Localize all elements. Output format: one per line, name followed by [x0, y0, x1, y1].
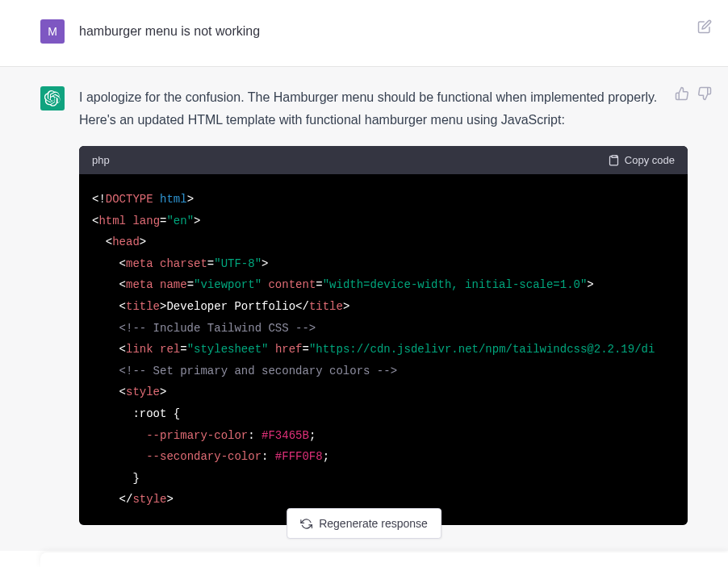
code-block: php Copy code <!DOCTYPE html> <html lang… [79, 146, 688, 525]
code-language-label: php [92, 154, 110, 166]
user-avatar-letter: M [48, 25, 57, 38]
assistant-message-row: I apologize for the confusion. The Hambu… [0, 67, 728, 551]
regenerate-button[interactable]: Regenerate response [287, 508, 441, 539]
user-actions [697, 19, 712, 34]
user-avatar: M [40, 19, 65, 44]
assistant-message-content: I apologize for the confusion. The Hambu… [79, 86, 688, 551]
assistant-avatar [40, 86, 65, 110]
refresh-icon [300, 518, 312, 530]
user-message-content: hamburger menu is not working [79, 19, 688, 44]
code-header: php Copy code [79, 146, 688, 174]
regenerate-label: Regenerate response [319, 517, 428, 530]
edit-icon[interactable] [697, 19, 712, 34]
user-message-row: M hamburger menu is not working [0, 0, 728, 67]
copy-code-label: Copy code [625, 154, 675, 166]
code-body[interactable]: <!DOCTYPE html> <html lang="en"> <head> … [79, 174, 688, 525]
assistant-message-text: I apologize for the confusion. The Hambu… [79, 86, 688, 131]
copy-code-button[interactable]: Copy code [608, 154, 675, 166]
thumbs-down-icon[interactable] [697, 86, 712, 101]
thumbs-up-icon[interactable] [675, 86, 689, 101]
assistant-actions [675, 86, 712, 101]
user-message-text: hamburger menu is not working [79, 19, 688, 41]
clipboard-icon [608, 154, 620, 166]
input-area-edge [40, 552, 728, 567]
